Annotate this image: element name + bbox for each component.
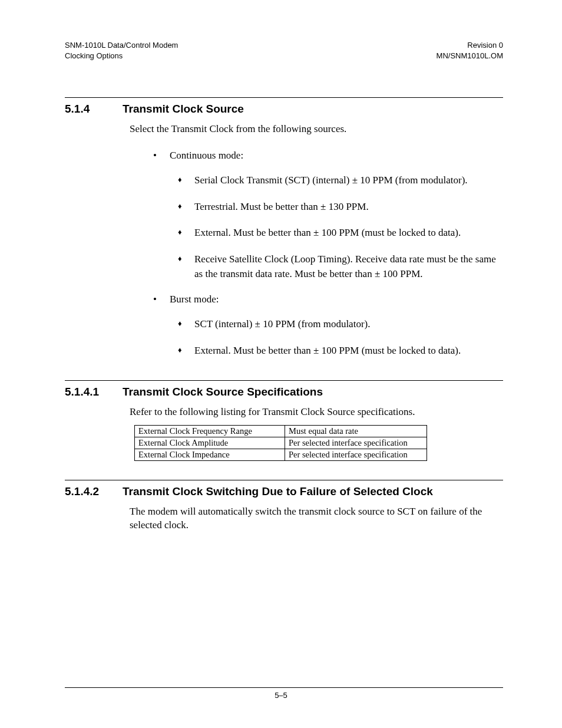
heading-number: 5.1.4.1 xyxy=(65,386,123,398)
header-right: Revision 0 MN/SNM1010L.OM xyxy=(437,40,503,61)
sub-list: Serial Clock Transmit (SCT) (internal) ±… xyxy=(178,173,503,281)
table-row: External Clock Amplitude Per selected in… xyxy=(135,437,427,449)
header-left-line2: Clocking Options xyxy=(65,51,123,60)
section-rule xyxy=(65,380,503,381)
heading-title: Transmit Clock Source Specifications xyxy=(123,386,323,398)
table-cell: Per selected interface specification xyxy=(285,437,427,449)
table-cell: External Clock Impedance xyxy=(135,449,285,461)
section-5142: 5.1.4.2 Transmit Clock Switching Due to … xyxy=(65,480,503,532)
bullet-list: Continuous mode: Serial Clock Transmit (… xyxy=(153,149,503,358)
sub-list: SCT (internal) ± 10 PPM (from modulator)… xyxy=(178,317,503,358)
list-label: Burst mode: xyxy=(170,294,219,305)
section-rule xyxy=(65,480,503,480)
heading-number: 5.1.4.2 xyxy=(65,485,123,498)
table-cell: Must equal data rate xyxy=(285,426,427,437)
section-rule xyxy=(65,97,503,98)
table-row: External Clock Frequency Range Must equa… xyxy=(135,426,427,437)
header-left-line1: SNM-1010L Data/Control Modem xyxy=(65,41,178,50)
table-cell: Per selected interface specification xyxy=(285,449,427,461)
page: SNM-1010L Data/Control Modem Clocking Op… xyxy=(0,0,562,728)
list-label: Continuous mode: xyxy=(170,150,243,161)
section-5141: 5.1.4.1 Transmit Clock Source Specificat… xyxy=(65,380,503,461)
heading-5142: 5.1.4.2 Transmit Clock Switching Due to … xyxy=(65,485,503,498)
list-item: External. Must be better than ± 100 PPM … xyxy=(178,344,503,358)
header-left: SNM-1010L Data/Control Modem Clocking Op… xyxy=(65,40,178,61)
list-item: Continuous mode: Serial Clock Transmit (… xyxy=(153,149,503,281)
page-header: SNM-1010L Data/Control Modem Clocking Op… xyxy=(65,40,503,61)
spec-table: External Clock Frequency Range Must equa… xyxy=(134,425,427,461)
intro-para: Refer to the following listing for Trans… xyxy=(130,406,503,419)
section-514: 5.1.4 Transmit Clock Source Select the T… xyxy=(65,97,503,358)
list-item: Burst mode: SCT (internal) ± 10 PPM (fro… xyxy=(153,293,503,358)
footer-rule xyxy=(65,687,503,688)
intro-para: The modem will automatically switch the … xyxy=(130,505,503,532)
list-item: Serial Clock Transmit (SCT) (internal) ±… xyxy=(178,173,503,188)
table-row: External Clock Impedance Per selected in… xyxy=(135,449,427,461)
heading-5141: 5.1.4.1 Transmit Clock Source Specificat… xyxy=(65,386,503,398)
intro-para: Select the Transmit Clock from the follo… xyxy=(130,123,503,136)
list-item: SCT (internal) ± 10 PPM (from modulator)… xyxy=(178,317,503,332)
heading-title: Transmit Clock Source xyxy=(123,103,244,116)
table-cell: External Clock Amplitude xyxy=(135,437,285,449)
heading-number: 5.1.4 xyxy=(65,103,123,116)
list-item: External. Must be better than ± 100 PPM … xyxy=(178,226,503,241)
heading-514: 5.1.4 Transmit Clock Source xyxy=(65,103,503,116)
heading-title: Transmit Clock Switching Due to Failure … xyxy=(123,485,433,498)
list-item: Receive Satellite Clock (Loop Timing). R… xyxy=(178,252,503,281)
header-right-line2: MN/SNM1010L.OM xyxy=(437,51,503,60)
page-number: 5–5 xyxy=(0,691,562,700)
table-cell: External Clock Frequency Range xyxy=(135,426,285,437)
header-right-line1: Revision 0 xyxy=(467,41,503,50)
list-item: Terrestrial. Must be better than ± 130 P… xyxy=(178,200,503,215)
